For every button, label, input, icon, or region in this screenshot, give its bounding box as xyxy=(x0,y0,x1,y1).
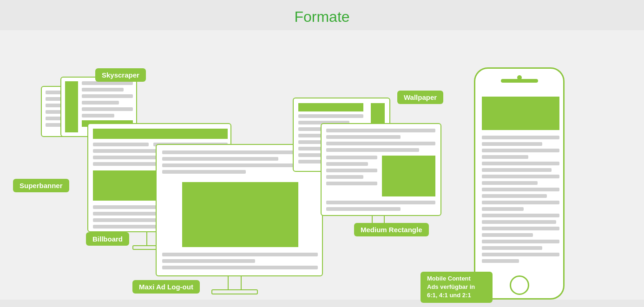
page-title: Formate xyxy=(0,0,644,30)
medium-rectangle-label: Medium Rectangle xyxy=(354,223,429,236)
ad-maxi xyxy=(182,182,298,247)
phone xyxy=(474,67,565,300)
ad-mobile-banner xyxy=(482,97,559,130)
ad-superbanner xyxy=(93,129,228,139)
wallpaper-label: Wallpaper xyxy=(397,91,443,104)
phone-speaker xyxy=(501,79,538,83)
ad-wallpaper-top xyxy=(298,103,363,111)
ad-skyscraper xyxy=(65,81,78,132)
main-area: Skyscraper Superbanner Billboard xyxy=(0,30,644,300)
mobile-content-label: Mobile Content Ads verfügbar in 6:1, 4:1… xyxy=(421,272,493,303)
superbanner-label: Superbanner xyxy=(13,179,69,192)
phone-home-button[interactable] xyxy=(510,275,529,295)
page-wrapper: Formate Skyscraper xyxy=(0,0,644,300)
monitor-maxi-stand xyxy=(228,276,242,290)
monitor-medium-rect xyxy=(321,123,441,216)
billboard-label: Billboard xyxy=(86,232,129,246)
ad-medium-rect xyxy=(382,156,435,196)
skyscraper-label: Skyscraper xyxy=(95,68,146,82)
maxi-label: Maxi Ad Log-out xyxy=(132,280,200,294)
monitor-maxi-base xyxy=(211,289,258,294)
